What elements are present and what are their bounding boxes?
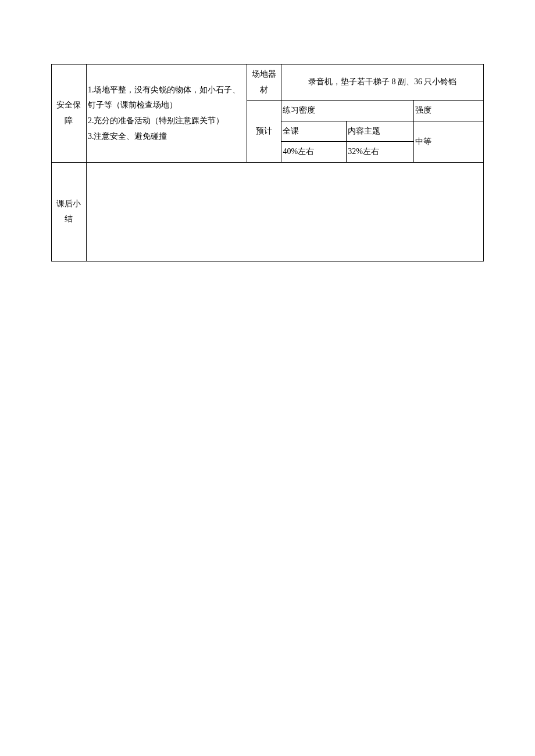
practice-density-subcell-2: 内容主题 32%左右	[347, 121, 414, 162]
estimate-label: 预计	[247, 101, 281, 163]
safety-item-3: 3.注意安全、避免碰撞	[88, 129, 245, 145]
practice-density-label: 练习密度	[281, 101, 414, 121]
intensity-label: 强度	[414, 101, 484, 121]
content-topic-value: 32%左右	[347, 142, 413, 162]
post-class-summary-content	[86, 162, 483, 261]
safety-items-cell: 1.场地平整，没有尖锐的物体，如小石子、钉子等（课前检查场地） 2.充分的准备活…	[86, 65, 247, 163]
whole-class-label: 全课	[281, 121, 346, 142]
content-topic-label: 内容主题	[347, 121, 413, 142]
whole-class-value: 40%左右	[281, 142, 346, 162]
post-class-summary-label: 课后小结	[52, 162, 87, 261]
lesson-plan-table: 安全保障 1.场地平整，没有尖锐的物体，如小石子、钉子等（课前检查场地） 2.充…	[51, 64, 484, 261]
intensity-value: 中等	[414, 121, 484, 162]
safety-label: 安全保障	[52, 65, 87, 163]
practice-density-subcell-1: 全课 40%左右	[281, 121, 347, 162]
venue-equipment-label: 场地器材	[247, 65, 281, 101]
safety-item-2: 2.充分的准备活动（特别注意踝关节）	[88, 113, 245, 129]
venue-equipment-value: 录音机，垫子若干梯子 8 副、36 只小铃铛	[281, 65, 484, 101]
safety-item-1: 1.场地平整，没有尖锐的物体，如小石子、钉子等（课前检查场地）	[88, 83, 245, 113]
